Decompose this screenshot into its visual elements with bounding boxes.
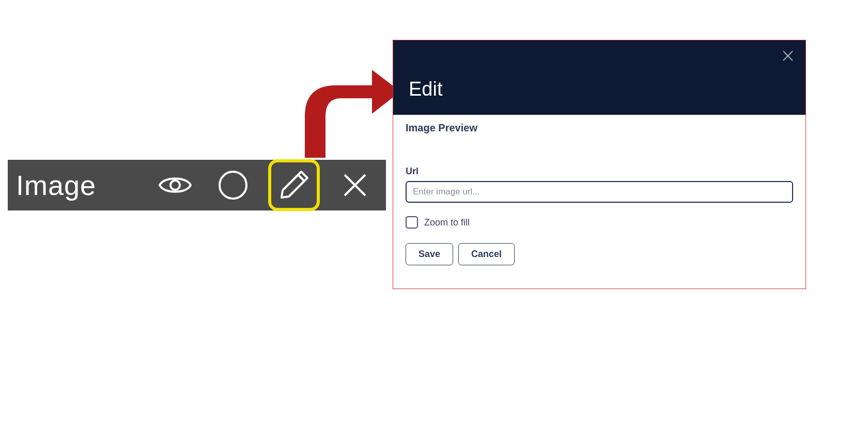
save-button[interactable]: Save	[406, 243, 453, 265]
zoom-to-fill-checkbox[interactable]	[406, 216, 418, 229]
pencil-icon-selected[interactable]	[268, 159, 320, 211]
image-preview-label: Image Preview	[406, 122, 793, 134]
edit-modal: Edit Image Preview Url Zoom to fill Save…	[393, 40, 806, 289]
close-icon[interactable]	[332, 162, 378, 208]
modal-header: Edit	[393, 40, 805, 115]
url-label: Url	[406, 166, 793, 177]
image-preview-area	[406, 134, 793, 166]
modal-title: Edit	[409, 78, 442, 100]
toolbar-title: Image	[16, 169, 96, 201]
close-modal-icon[interactable]	[780, 48, 796, 64]
arrow-icon	[289, 54, 408, 163]
modal-body: Image Preview Url Zoom to fill Save Canc…	[393, 115, 805, 289]
zoom-checkbox-row: Zoom to fill	[406, 216, 793, 229]
svg-point-0	[171, 180, 180, 190]
eye-icon[interactable]	[152, 162, 198, 208]
svg-point-1	[220, 172, 246, 199]
zoom-to-fill-label[interactable]: Zoom to fill	[424, 217, 470, 228]
modal-buttons: Save Cancel	[406, 243, 793, 265]
image-toolbar: Image	[8, 160, 386, 210]
svg-line-2	[298, 175, 304, 181]
url-input[interactable]	[406, 181, 793, 203]
cancel-button[interactable]: Cancel	[458, 243, 515, 265]
circle-icon[interactable]	[210, 162, 256, 208]
